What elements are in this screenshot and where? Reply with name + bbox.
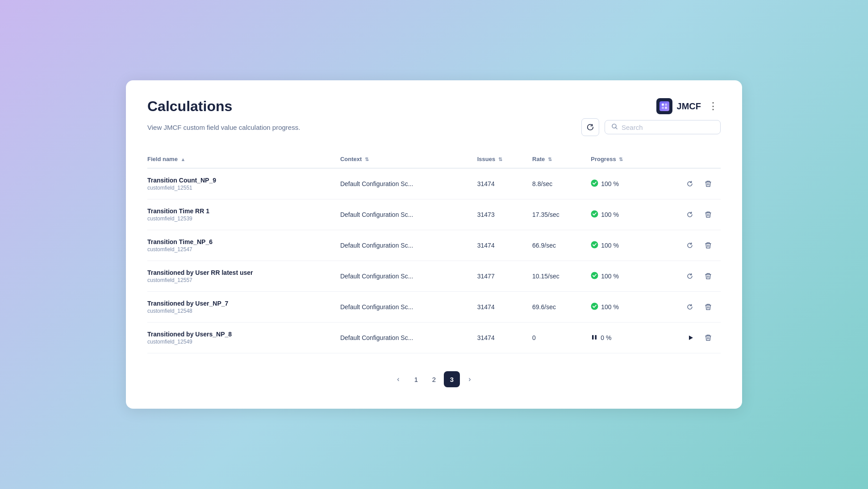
cell-actions: [658, 199, 721, 230]
pause-icon: [591, 334, 598, 342]
cell-progress: 100 %: [591, 230, 658, 261]
cell-issues: 31474: [477, 292, 532, 323]
recalculate-button[interactable]: [684, 270, 696, 282]
progress-value: 100 %: [601, 180, 619, 187]
recalculate-button[interactable]: [684, 178, 696, 190]
cell-progress: 100 %: [591, 168, 658, 199]
cell-issues: 31477: [477, 261, 532, 292]
prev-page-button[interactable]: ‹: [390, 371, 406, 387]
cell-context: Default Configuration Sc...: [340, 230, 477, 261]
table-body: Transition Count_NP_9 customfield_12551 …: [147, 168, 721, 353]
field-id-text: customfield_12548: [147, 308, 333, 314]
app-branding: JMCF ⋮: [656, 98, 721, 114]
sort-icon-rate: ⇅: [548, 157, 552, 162]
search-box: [605, 120, 721, 134]
app-logo-icon: [661, 103, 668, 109]
refresh-button[interactable]: [581, 118, 599, 136]
delete-button[interactable]: [703, 209, 714, 220]
cell-rate: 0: [532, 323, 591, 353]
cell-actions: [658, 261, 721, 292]
delete-button[interactable]: [703, 178, 714, 189]
field-name-text: Transition Count_NP_9: [147, 177, 333, 184]
cell-context: Default Configuration Sc...: [340, 168, 477, 199]
page-btn-1[interactable]: 1: [408, 371, 424, 387]
page-btn-3[interactable]: 3: [444, 371, 460, 387]
cell-rate: 69.6/sec: [532, 292, 591, 323]
cell-progress: 0 %: [591, 323, 658, 353]
table-row: Transitioned by User_NP_7 customfield_12…: [147, 292, 721, 323]
col-field-name: Field name ▲: [147, 150, 340, 168]
page-header: Calculations JMCF ⋮: [147, 98, 721, 115]
svg-point-9: [591, 303, 598, 310]
cell-actions: [658, 168, 721, 199]
recalculate-button[interactable]: [684, 301, 696, 313]
cell-rate: 66.9/sec: [532, 230, 591, 261]
field-name-text: Transitioned by User RR latest user: [147, 269, 333, 276]
sort-icon-context: ⇅: [365, 157, 369, 162]
recalculate-button[interactable]: [684, 209, 696, 220]
cell-progress: 100 %: [591, 261, 658, 292]
calculations-table: Field name ▲ Context ⇅ Issues ⇅ Rate ⇅ P…: [147, 150, 721, 353]
cell-context: Default Configuration Sc...: [340, 199, 477, 230]
field-name-text: Transitioned by Users_NP_8: [147, 331, 333, 338]
next-page-button[interactable]: ›: [462, 371, 478, 387]
field-id-text: customfield_12551: [147, 185, 333, 191]
col-issues: Issues ⇅: [477, 150, 532, 168]
svg-rect-1: [665, 104, 667, 106]
cell-actions: [658, 292, 721, 323]
svg-rect-2: [662, 107, 664, 109]
field-name-text: Transition Time_NP_6: [147, 238, 333, 245]
progress-value: 100 %: [601, 303, 619, 311]
cell-rate: 17.35/sec: [532, 199, 591, 230]
cell-field-name: Transition Count_NP_9 customfield_12551: [147, 168, 340, 199]
more-menu-button[interactable]: ⋮: [705, 100, 721, 112]
cell-field-name: Transition Time RR 1 customfield_12539: [147, 199, 340, 230]
complete-icon: [591, 210, 598, 219]
table-row: Transition Count_NP_9 customfield_12551 …: [147, 168, 721, 199]
complete-icon: [591, 241, 598, 250]
page-title: Calculations: [147, 98, 232, 115]
cell-actions: [658, 230, 721, 261]
table-row: Transitioned by User RR latest user cust…: [147, 261, 721, 292]
svg-rect-0: [662, 104, 664, 106]
svg-point-6: [591, 211, 598, 218]
field-id-text: customfield_12557: [147, 277, 333, 283]
cell-field-name: Transitioned by User_NP_7 customfield_12…: [147, 292, 340, 323]
cell-rate: 10.15/sec: [532, 261, 591, 292]
cell-context: Default Configuration Sc...: [340, 292, 477, 323]
app-name-label: JMCF: [677, 101, 701, 112]
field-id-text: customfield_12539: [147, 215, 333, 222]
svg-point-7: [591, 241, 598, 249]
play-button[interactable]: [686, 333, 696, 343]
field-name-text: Transition Time RR 1: [147, 207, 333, 215]
pagination: ‹ 1 2 3 ›: [147, 371, 721, 387]
field-id-text: customfield_12547: [147, 246, 333, 253]
delete-button[interactable]: [703, 271, 714, 282]
recalculate-button[interactable]: [684, 240, 696, 251]
svg-point-5: [591, 180, 598, 187]
cell-progress: 100 %: [591, 292, 658, 323]
col-context: Context ⇅: [340, 150, 477, 168]
delete-button[interactable]: [703, 302, 714, 312]
svg-point-8: [591, 272, 598, 279]
complete-icon: [591, 179, 598, 188]
complete-icon: [591, 303, 598, 311]
delete-button[interactable]: [703, 332, 714, 343]
progress-value: 100 %: [601, 273, 619, 280]
svg-rect-3: [665, 107, 667, 109]
progress-value: 100 %: [601, 211, 619, 218]
cell-actions: [658, 323, 721, 353]
cell-rate: 8.8/sec: [532, 168, 591, 199]
subtitle: View JMCF custom field value calculation…: [147, 124, 300, 131]
table-header: Field name ▲ Context ⇅ Issues ⇅ Rate ⇅ P…: [147, 150, 721, 168]
search-input[interactable]: [622, 124, 714, 131]
complete-icon: [591, 272, 598, 281]
svg-rect-11: [595, 335, 597, 340]
sort-icon-progress: ⇅: [619, 157, 623, 162]
page-btn-2[interactable]: 2: [426, 371, 442, 387]
toolbar-row: View JMCF custom field value calculation…: [147, 118, 721, 136]
delete-button[interactable]: [703, 240, 714, 251]
cell-progress: 100 %: [591, 199, 658, 230]
progress-value: 100 %: [601, 242, 619, 249]
cell-context: Default Configuration Sc...: [340, 261, 477, 292]
